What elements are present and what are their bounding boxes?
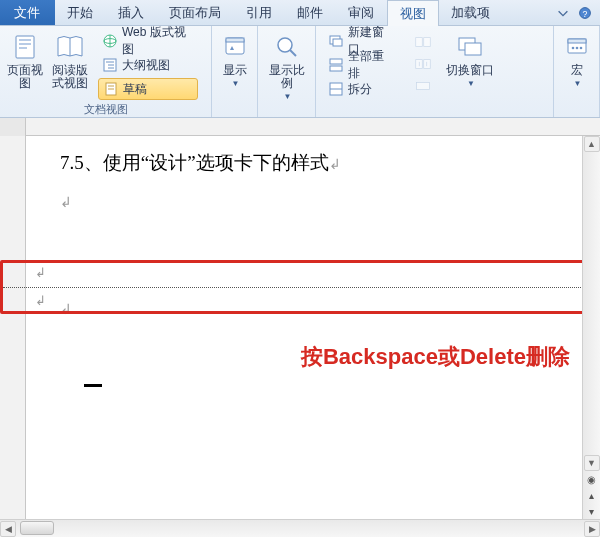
paragraph-mark-icon: ↲ <box>60 194 558 211</box>
annotation-text: 按Backspace或Delete删除 <box>301 342 570 372</box>
scroll-left-icon[interactable]: ◀ <box>0 521 16 537</box>
tab-addins-label: 加载项 <box>451 4 490 22</box>
svg-rect-24 <box>330 66 342 71</box>
zoom-button[interactable]: 显示比例 ▼ <box>262 28 311 105</box>
outline-label: 大纲视图 <box>122 57 170 74</box>
horizontal-ruler[interactable] <box>0 118 600 136</box>
tab-layout-label: 页面布局 <box>169 4 221 22</box>
horizontal-rule <box>3 287 597 288</box>
chevron-down-icon: ▼ <box>284 92 292 101</box>
split-button[interactable]: 拆分 <box>324 78 398 100</box>
tab-references-label: 引用 <box>246 4 272 22</box>
view-side-by-side-button[interactable] <box>406 32 440 52</box>
annotation-box: ↲ ↲ <box>0 260 600 314</box>
zoom-label: 显示比例 <box>264 64 309 90</box>
tabbar-spacer <box>503 0 556 25</box>
text-cursor <box>84 384 102 387</box>
tab-references[interactable]: 引用 <box>234 0 285 25</box>
svg-rect-5 <box>19 47 27 49</box>
reset-window-icon <box>415 78 431 94</box>
prev-page-icon[interactable]: ▴ <box>584 487 600 503</box>
svg-rect-22 <box>333 39 342 46</box>
help-icon[interactable]: ? <box>578 6 592 20</box>
doc-heading: 7.5、使用“设计”选项卡下的样式↲ <box>60 150 558 176</box>
web-layout-icon <box>102 33 118 49</box>
arrange-all-button[interactable]: 全部重排 <box>324 54 398 76</box>
ribbon-minimize-icon[interactable] <box>556 6 570 20</box>
switch-windows-label: 切换窗口 <box>446 64 494 77</box>
sync-scroll-icon <box>415 56 431 72</box>
tab-insert[interactable]: 插入 <box>106 0 157 25</box>
arrange-all-icon <box>328 57 344 73</box>
arrange-all-label: 全部重排 <box>348 48 394 82</box>
tab-view-label: 视图 <box>400 5 426 23</box>
views-group-title: 文档视图 <box>4 102 207 117</box>
svg-rect-28 <box>424 38 431 47</box>
tab-file[interactable]: 文件 <box>0 0 55 25</box>
svg-rect-18 <box>226 38 244 42</box>
switch-windows-icon <box>454 32 486 62</box>
tab-addins[interactable]: 加载项 <box>439 0 503 25</box>
svg-rect-27 <box>416 38 423 47</box>
svg-rect-4 <box>19 43 31 45</box>
svg-point-36 <box>571 47 574 50</box>
browse-object-icon[interactable]: ◉ <box>584 471 600 487</box>
ruler-corner <box>0 118 26 136</box>
page-view-icon <box>9 32 41 62</box>
paragraph-mark-icon: ↲ <box>329 157 341 172</box>
macros-label: 宏 <box>571 64 583 77</box>
svg-rect-33 <box>465 43 481 55</box>
document-page[interactable]: 7.5、使用“设计”选项卡下的样式↲ ↲ ↲ <box>26 136 582 519</box>
sync-scroll-button[interactable] <box>406 54 440 74</box>
tab-mailings[interactable]: 邮件 <box>285 0 336 25</box>
macros-button[interactable]: 宏 ▼ <box>558 28 595 92</box>
page-view-button[interactable]: 页面视图 <box>4 28 46 94</box>
svg-point-19 <box>278 38 292 52</box>
side-by-side-icon <box>415 34 431 50</box>
split-label: 拆分 <box>348 81 372 98</box>
page-view-label: 页面视图 <box>6 64 44 90</box>
outline-button[interactable]: 大纲视图 <box>98 54 198 76</box>
scroll-down-icon[interactable]: ▼ <box>584 455 600 471</box>
scroll-right-icon[interactable]: ▶ <box>584 521 600 537</box>
svg-rect-3 <box>19 39 31 41</box>
svg-rect-31 <box>416 82 429 89</box>
svg-point-37 <box>575 47 578 50</box>
reading-view-icon <box>54 32 86 62</box>
vertical-ruler[interactable] <box>0 136 26 519</box>
reset-window-button[interactable] <box>406 76 440 96</box>
svg-rect-35 <box>568 39 586 43</box>
reading-view-button[interactable]: 阅读版式视图 <box>46 28 94 94</box>
scroll-up-icon[interactable]: ▲ <box>584 136 600 152</box>
doc-heading-text: 7.5、使用“设计”选项卡下的样式 <box>60 152 329 173</box>
tab-home[interactable]: 开始 <box>55 0 106 25</box>
show-button[interactable]: 显示 ▼ <box>216 28 253 92</box>
draft-icon <box>103 81 119 97</box>
web-layout-label: Web 版式视图 <box>122 24 194 58</box>
next-page-icon[interactable]: ▾ <box>584 503 600 519</box>
vertical-scrollbar[interactable]: ▲ ▼ ◉ ▴ ▾ <box>582 136 600 519</box>
svg-point-38 <box>579 47 582 50</box>
horizontal-scrollbar[interactable]: ◀ ▶ <box>0 519 600 537</box>
tab-home-label: 开始 <box>67 4 93 22</box>
draft-button[interactable]: 草稿 <box>98 78 198 100</box>
tab-review-label: 审阅 <box>348 4 374 22</box>
web-layout-button[interactable]: Web 版式视图 <box>98 30 198 52</box>
tab-review[interactable]: 审阅 <box>336 0 387 25</box>
paragraph-mark-icon: ↲ <box>35 293 46 309</box>
scroll-track[interactable] <box>584 152 600 455</box>
scroll-thumb[interactable] <box>20 521 54 535</box>
macros-icon <box>561 32 593 62</box>
reading-view-label: 阅读版式视图 <box>48 64 92 90</box>
svg-text:?: ? <box>583 8 588 18</box>
zoom-icon <box>271 32 303 62</box>
switch-windows-button[interactable]: 切换窗口 ▼ <box>444 28 496 92</box>
paragraph-mark-icon: ↲ <box>35 265 46 281</box>
ribbon: 页面视图 阅读版式视图 Web 版式视图 大纲视图 草 <box>0 26 600 118</box>
scroll-track[interactable] <box>16 521 584 537</box>
draft-label: 草稿 <box>123 81 147 98</box>
tab-layout[interactable]: 页面布局 <box>157 0 234 25</box>
chevron-down-icon: ▼ <box>232 79 240 88</box>
tab-view[interactable]: 视图 <box>387 0 439 26</box>
new-window-icon <box>328 33 344 49</box>
